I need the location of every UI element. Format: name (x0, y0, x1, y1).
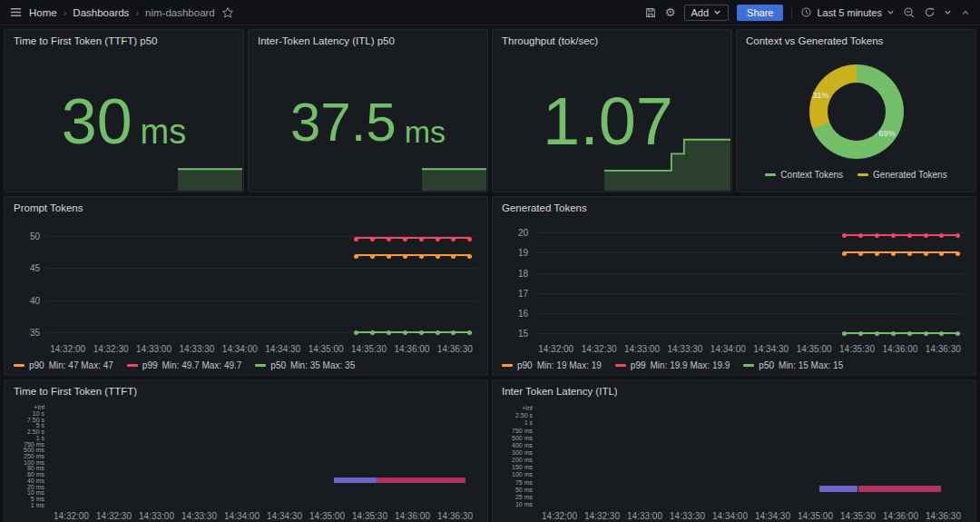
x-axis-label: 14:33:00 (136, 344, 172, 354)
heatmap-cell (819, 486, 858, 492)
x-axis-label: 14:35:00 (798, 511, 833, 521)
x-axis-label: 14:33:30 (670, 511, 705, 521)
breadcrumb-home[interactable]: Home (29, 7, 57, 18)
series-point-p99 (419, 237, 424, 241)
panel-title[interactable]: Generated Tokens (493, 197, 975, 219)
series-point-p50 (924, 331, 928, 336)
panel-title[interactable]: Inter-Token Latency (ITL) p50 (249, 30, 487, 52)
x-axis-label: 14:34:00 (222, 344, 258, 354)
legend-item-p50[interactable]: p50Min: 35 Max: 35 (255, 360, 355, 370)
x-axis-label: 14:36:00 (394, 344, 429, 354)
legend-series-name: p90 (29, 360, 44, 370)
legend-marker (14, 364, 24, 367)
x-axis-label: 14:33:00 (627, 511, 662, 521)
series-point-p90 (370, 254, 375, 259)
panel-itl-heatmap: Inter Token Latency (ITL) +Inf2.50 s1 s7… (492, 379, 976, 522)
heatmap-body: +Inf2.50 s1 s750 ms500 ms400 ms300 ms200… (493, 402, 975, 522)
x-axis-label: 14:34:00 (712, 511, 748, 521)
series-point-p50 (939, 331, 944, 336)
y-axis-label: 19 (518, 248, 528, 258)
series-point-p90 (467, 254, 472, 259)
legend-item-p90[interactable]: p90Min: 47 Max: 47 (14, 360, 113, 370)
series-point-p90 (924, 251, 928, 256)
panel-ttft-p50: Time to First Token (TTFT) p50 30 ms (4, 29, 244, 192)
legend-item-p50[interactable]: p50Min: 15 Max: 15 (743, 360, 843, 370)
series-point-p50 (956, 331, 960, 336)
y-axis-label: 75 ms (515, 478, 533, 485)
series-point-p50 (419, 330, 424, 335)
star-icon[interactable] (221, 6, 234, 19)
x-axis-label: 14:35:30 (840, 511, 876, 521)
gridline (46, 300, 476, 301)
series-point-p90 (842, 251, 847, 256)
legend-item-context-tokens[interactable]: Context Tokens (765, 170, 843, 180)
y-axis-label: 400 ms (512, 441, 533, 448)
series-point-p99 (907, 233, 912, 238)
legend-series-stats: Min: 15 Max: 15 (779, 360, 843, 370)
panel-ttft-heatmap: Time to First Token (TTFT) +Inf10 s7.50 … (4, 379, 488, 522)
y-axis-label: 1 s (524, 419, 533, 426)
y-axis-label: 17 (518, 288, 528, 298)
legend-series-name: p99 (631, 360, 646, 370)
legend-item-p99[interactable]: p99Min: 49.7 Max: 49.7 (127, 360, 242, 370)
menu-icon[interactable] (9, 5, 23, 19)
stat-body: 37.5 ms (249, 52, 487, 192)
x-axis-label: 14:32:00 (54, 511, 89, 521)
breadcrumb-separator: › (64, 7, 67, 18)
series-point-p50 (842, 331, 847, 336)
legend: p90Min: 19 Max: 19p99Min: 19.9 Max: 19.9… (502, 359, 843, 372)
panel-title[interactable]: Inter Token Latency (ITL) (493, 380, 975, 402)
save-dashboard-icon[interactable] (644, 6, 657, 19)
x-axis-label: 14:33:30 (179, 344, 214, 354)
time-range-picker[interactable]: Last 5 minutes (800, 6, 895, 18)
timeseries-body: 201918171615 14:32:0014:32:3014:33:0014:… (493, 219, 975, 375)
panel-title[interactable]: Context vs Generated Tokens (737, 30, 975, 52)
settings-gear-icon[interactable]: ⚙ (665, 6, 676, 18)
y-axis-label: 50 ms (515, 486, 533, 492)
series-point-p50 (467, 330, 472, 335)
x-axis: 14:32:0014:32:3014:33:0014:33:3014:34:00… (538, 511, 965, 522)
stat-unit: ms (141, 93, 187, 152)
breadcrumb-dashboards[interactable]: Dashboards (73, 7, 129, 18)
panel-title[interactable]: Throughput (tok/sec) (493, 30, 731, 52)
y-axis-label: 100 ms (512, 471, 533, 478)
y-axis-label: 20 (518, 228, 528, 238)
legend-item-generated-tokens[interactable]: Generated Tokens (858, 170, 947, 180)
refresh-icon[interactable] (924, 6, 936, 18)
panel-title[interactable]: Time to First Token (TTFT) p50 (5, 30, 243, 52)
collapse-chevron-up-icon[interactable] (960, 7, 971, 18)
series-point-p99 (403, 237, 407, 241)
series-point-p90 (956, 251, 960, 256)
legend-label: Generated Tokens (873, 170, 947, 180)
refresh-interval-caret-icon[interactable] (944, 8, 952, 16)
panel-title[interactable]: Time to First Token (TTFT) (5, 380, 487, 402)
series-point-p99 (451, 237, 456, 241)
x-axis-label: 14:36:00 (882, 344, 917, 354)
x-axis-label: 14:33:00 (624, 344, 660, 354)
legend-item-p99[interactable]: p99Min: 19.9 Max: 19.9 (615, 360, 730, 370)
x-axis-label: 14:33:00 (139, 511, 174, 521)
x-axis-label: 14:32:30 (582, 344, 617, 354)
zoom-out-icon[interactable] (903, 6, 916, 19)
x-axis-label: 14:35:00 (309, 511, 345, 521)
add-button[interactable]: Add (684, 5, 730, 21)
series-point-p99 (924, 233, 928, 238)
series-point-p90 (387, 254, 391, 259)
y-axis-label: 50 (30, 231, 40, 241)
stat-value: 37.5 (290, 96, 397, 148)
share-button[interactable]: Share (737, 5, 783, 21)
stat-body: 1.07 (493, 52, 731, 192)
series-point-p50 (403, 330, 407, 335)
y-axis-label: 16 (518, 308, 528, 318)
panel-title[interactable]: Prompt Tokens (5, 197, 487, 219)
legend-item-p90[interactable]: p90Min: 19 Max: 19 (502, 360, 602, 370)
top-navbar: Home › Dashboards › nim-dashboard ⚙ Add … (0, 0, 980, 25)
legend-marker (127, 364, 138, 367)
toolbar-divider (791, 6, 792, 19)
chevron-down-icon (713, 8, 721, 16)
y-axis-label: +Inf (522, 405, 533, 411)
y-axis-label: 10 ms (515, 500, 533, 507)
breadcrumb-separator: › (135, 7, 139, 18)
x-axis-label: 14:34:30 (753, 344, 789, 354)
series-point-p99 (891, 233, 896, 238)
